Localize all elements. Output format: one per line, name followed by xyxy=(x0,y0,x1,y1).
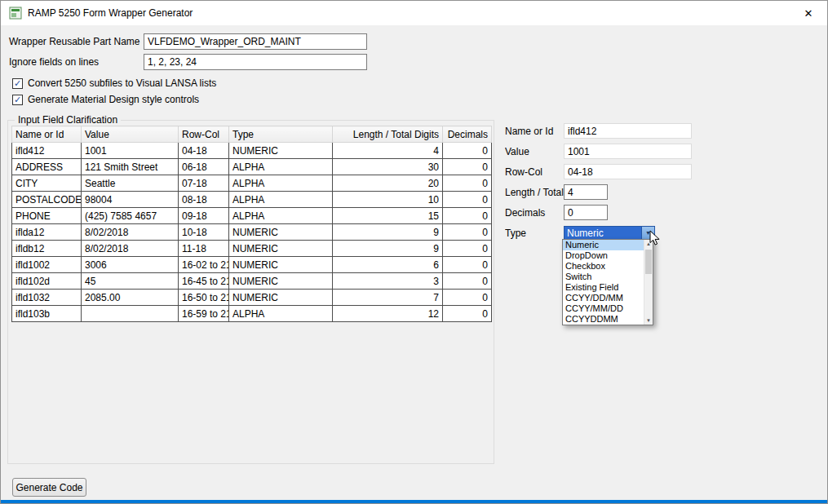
column-header[interactable]: Value xyxy=(82,126,179,143)
checkbox[interactable]: ✓ xyxy=(12,78,23,89)
table-row[interactable]: CITYSeattle07-18ALPHA200 xyxy=(12,175,492,192)
window-bottom-accent xyxy=(1,500,827,503)
table-cell: 0 xyxy=(443,208,492,224)
column-header[interactable]: Type xyxy=(229,126,333,143)
detail-type-label: Type xyxy=(505,228,564,239)
checkbox-label: Generate Material Design style controls xyxy=(28,94,199,105)
table-cell: 0 xyxy=(443,224,492,241)
table-row[interactable]: ifld10322085.0016-50 to 21...NUMERIC70 xyxy=(12,290,492,306)
table-cell: 0 xyxy=(443,290,492,306)
detail-name-input[interactable] xyxy=(564,123,692,139)
table-cell: ifld102d xyxy=(12,273,82,290)
table-cell: 04-18 xyxy=(179,143,229,159)
column-header[interactable]: Name or Id xyxy=(12,126,82,143)
titlebar[interactable]: RAMP 5250 Form Wrapper Generator ✕ xyxy=(1,1,827,25)
table-cell: 4 xyxy=(333,143,443,159)
detail-length-input[interactable] xyxy=(564,184,608,200)
column-header[interactable]: Length / Total Digits xyxy=(333,126,443,143)
table-row[interactable]: iflda128/02/201810-18NUMERIC90 xyxy=(12,224,492,241)
input-field-clarification-group: Input Field Clarification Name or IdValu… xyxy=(7,120,494,464)
column-header[interactable]: Decimals xyxy=(443,126,492,143)
column-header[interactable]: Row-Col xyxy=(179,126,229,143)
table-cell: NUMERIC xyxy=(229,224,333,241)
field-table-body: ifld412100104-18NUMERIC40ADDRESS121 Smit… xyxy=(12,143,492,322)
detail-length-label: Length / Total D xyxy=(505,187,564,198)
ignore-lines-label: Ignore fields on lines xyxy=(9,54,99,70)
table-cell: ifld412 xyxy=(12,143,82,159)
table-cell: POSTALCODE xyxy=(12,192,82,208)
detail-rowcol-label: Row-Col xyxy=(505,166,564,178)
table-cell: 0 xyxy=(443,159,492,175)
table-cell: 98004 xyxy=(82,192,179,208)
table-cell: 0 xyxy=(443,257,492,273)
table-cell: 08-18 xyxy=(179,192,229,208)
table-row[interactable]: POSTALCODE9800408-18ALPHA100 xyxy=(12,192,492,208)
table-cell: ifld103b xyxy=(12,306,82,322)
checkbox-row[interactable]: ✓Convert 5250 subfiles to Visual LANSA l… xyxy=(12,75,216,91)
table-cell: 16-02 to 21... xyxy=(179,257,229,273)
dropdown-scrollbar[interactable]: ▲ ▼ xyxy=(644,240,653,325)
dropdown-option[interactable]: CCYY/MM/DD xyxy=(563,303,644,314)
table-row[interactable]: PHONE(425) 7585 465709-18ALPHA150 xyxy=(12,208,492,224)
table-cell: 16-59 to 21... xyxy=(179,306,229,322)
table-cell: NUMERIC xyxy=(229,290,333,306)
table-cell: 10 xyxy=(333,192,443,208)
group-legend: Input Field Clarification xyxy=(15,114,121,126)
scroll-down-icon[interactable]: ▼ xyxy=(644,316,653,325)
table-cell: iflda12 xyxy=(12,224,82,241)
detail-value-input[interactable] xyxy=(564,144,692,159)
dropdown-option[interactable]: CCYY/DD/MM xyxy=(563,293,644,303)
table-cell xyxy=(82,306,179,322)
table-row[interactable]: ifldb128/02/201811-18NUMERIC90 xyxy=(12,241,492,257)
checkbox-row[interactable]: ✓Generate Material Design style controls xyxy=(12,91,216,108)
table-cell: ALPHA xyxy=(229,306,333,322)
chevron-down-icon[interactable]: ▼ xyxy=(641,227,654,240)
table-row[interactable]: ADDRESS121 Smith Street06-18ALPHA300 xyxy=(12,159,492,175)
dropdown-option[interactable]: Existing Field xyxy=(563,282,644,293)
table-cell: 7 xyxy=(333,290,443,306)
detail-decimals-label: Decimals xyxy=(505,207,564,219)
dropdown-option[interactable]: CCYYDDMM xyxy=(563,314,644,325)
table-cell: 9 xyxy=(333,224,443,241)
detail-decimals-input[interactable] xyxy=(564,205,608,220)
table-cell: ifld1002 xyxy=(12,257,82,273)
type-dropdown-popup: NumericDropDownCheckboxSwitchExisting Fi… xyxy=(562,239,653,325)
table-cell: 11-18 xyxy=(179,241,229,257)
field-table: Name or IdValueRow-ColTypeLength / Total… xyxy=(11,126,492,322)
scrollbar-thumb[interactable] xyxy=(645,250,652,274)
table-cell: Seattle xyxy=(82,175,179,192)
table-cell: NUMERIC xyxy=(229,143,333,159)
dropdown-option[interactable]: DropDown xyxy=(563,250,644,261)
checkbox[interactable]: ✓ xyxy=(12,95,23,105)
table-cell: 0 xyxy=(443,192,492,208)
dropdown-option[interactable]: Numeric xyxy=(563,240,644,250)
detail-name-label: Name or Id xyxy=(505,126,564,137)
table-cell: 16-50 to 21... xyxy=(179,290,229,306)
table-row[interactable]: ifld103b16-59 to 21...ALPHA120 xyxy=(12,306,492,322)
type-combobox[interactable]: Numeric ▼ xyxy=(564,226,655,241)
wrapper-name-input[interactable] xyxy=(144,33,367,50)
table-cell: PHONE xyxy=(12,208,82,224)
table-row[interactable]: ifld102d4516-45 to 21...NUMERIC30 xyxy=(12,273,492,290)
generate-code-button[interactable]: Generate Code xyxy=(12,478,86,497)
detail-rowcol-input[interactable] xyxy=(564,164,692,179)
table-cell: 121 Smith Street xyxy=(82,159,179,175)
app-icon[interactable] xyxy=(9,7,22,20)
dropdown-option[interactable]: Checkbox xyxy=(563,261,644,272)
table-cell: 0 xyxy=(443,273,492,290)
app-window: RAMP 5250 Form Wrapper Generator ✕ Wrapp… xyxy=(0,0,828,504)
dropdown-option[interactable]: Switch xyxy=(563,272,644,282)
ignore-lines-input[interactable] xyxy=(144,54,367,70)
close-button[interactable]: ✕ xyxy=(790,1,827,25)
table-cell: ALPHA xyxy=(229,159,333,175)
table-cell: NUMERIC xyxy=(229,241,333,257)
table-row[interactable]: ifld1002300616-02 to 21...NUMERIC60 xyxy=(12,257,492,273)
scroll-up-icon[interactable]: ▲ xyxy=(644,240,653,248)
type-combobox-value: Numeric xyxy=(565,227,641,240)
table-cell: 3 xyxy=(333,273,443,290)
wrapper-name-label: Wrapper Reusable Part Name xyxy=(9,33,140,50)
table-cell: 07-18 xyxy=(179,175,229,192)
table-cell: ifldb12 xyxy=(12,241,82,257)
table-row[interactable]: ifld412100104-18NUMERIC40 xyxy=(12,143,492,159)
table-cell: 10-18 xyxy=(179,224,229,241)
